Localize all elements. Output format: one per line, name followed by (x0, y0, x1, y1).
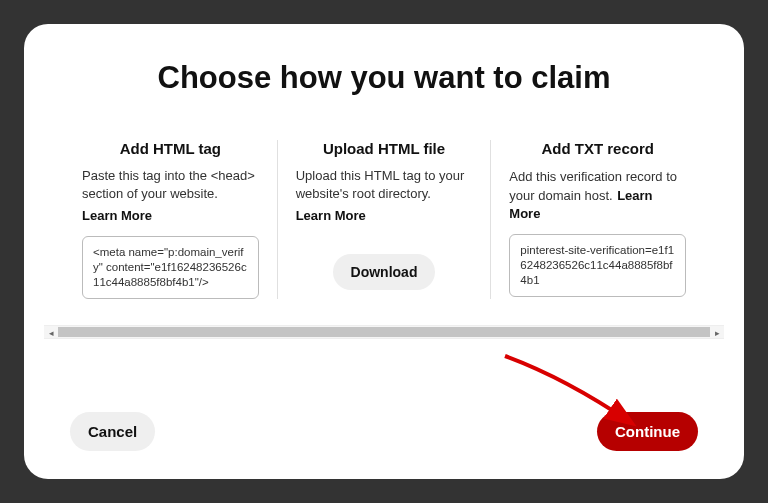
download-button[interactable]: Download (333, 254, 436, 290)
modal-footer: Cancel Continue (44, 392, 724, 451)
option-html-tag: Add HTML tag Paste this tag into the <he… (64, 140, 277, 299)
scrollbar-right-arrow-icon[interactable]: ▸ (710, 326, 724, 340)
continue-button[interactable]: Continue (597, 412, 698, 451)
option-upload-desc: Upload this HTML tag to your website's r… (296, 167, 473, 202)
html-tag-code[interactable]: <meta name="p:domain_verify" content="e1… (82, 236, 259, 299)
claim-options: Add HTML tag Paste this tag into the <he… (44, 140, 724, 299)
option-upload-file: Upload HTML file Upload this HTML tag to… (277, 140, 492, 299)
option-upload-title: Upload HTML file (296, 140, 473, 157)
scrollbar-left-arrow-icon[interactable]: ◂ (44, 326, 58, 340)
cancel-button[interactable]: Cancel (70, 412, 155, 451)
scrollbar-track[interactable] (58, 327, 710, 337)
option-txt-title: Add TXT record (509, 140, 686, 157)
modal-title: Choose how you want to claim (44, 60, 724, 96)
option-txt-record: Add TXT record Add this verification rec… (491, 140, 704, 299)
horizontal-scrollbar[interactable]: ◂ ▸ (44, 325, 724, 339)
txt-record-code[interactable]: pinterest-site-verification=e1f162482365… (509, 234, 686, 297)
option-upload-learn-more[interactable]: Learn More (296, 208, 366, 223)
claim-modal: Choose how you want to claim Add HTML ta… (24, 24, 744, 479)
option-html-tag-title: Add HTML tag (82, 140, 259, 157)
option-html-tag-desc: Paste this tag into the <head> section o… (82, 167, 259, 202)
option-html-tag-learn-more[interactable]: Learn More (82, 208, 152, 223)
